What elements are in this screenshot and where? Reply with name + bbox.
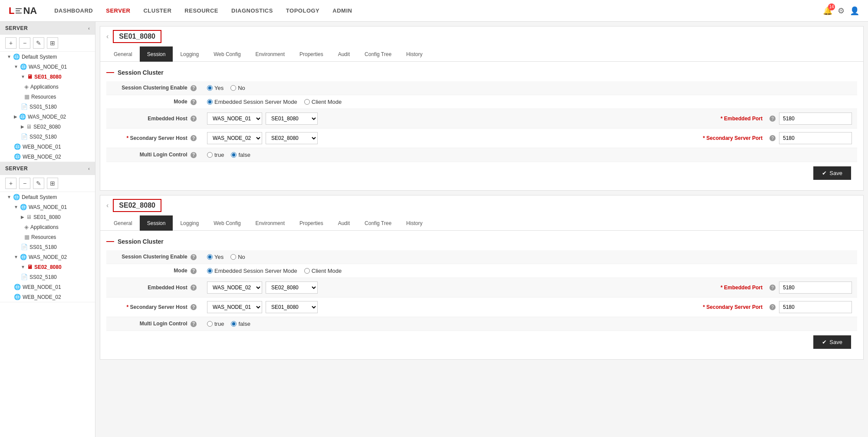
help-icon-clustering-1[interactable]: ?	[191, 85, 197, 91]
clustering-no-radio-2[interactable]	[230, 254, 236, 260]
tree-se02-8080-2[interactable]: ▼ 🖥 SE02_8080	[0, 262, 95, 272]
mode-client-radio-2[interactable]	[304, 268, 310, 274]
help-icon-multilogin-2[interactable]: ?	[191, 321, 197, 327]
sidebar-save-btn-2[interactable]: ⊞	[47, 178, 58, 189]
panel2-collapse-btn[interactable]: ‹	[106, 202, 108, 209]
tree-resources-2[interactable]: ▦ Resources	[0, 232, 95, 242]
tree-was-node-01-2[interactable]: ▼ 🌐 WAS_NODE_01	[0, 202, 95, 212]
multilogin-true-radio-1[interactable]	[207, 152, 213, 158]
secondary-host-node-select-1[interactable]: WAS_NODE_01 WAS_NODE_02	[207, 132, 262, 144]
multilogin-true-1[interactable]: true	[207, 152, 224, 158]
tree-web-node-02-2[interactable]: 🌐 WEB_NODE_02	[0, 292, 95, 302]
secondary-port-input-1[interactable]	[779, 132, 852, 144]
tree-se01-8080-1[interactable]: ▼ 🖥 SE01_8080	[0, 72, 95, 82]
help-icon-multilogin-1[interactable]: ?	[191, 152, 197, 158]
sidebar-collapse-1[interactable]: ‹	[88, 26, 90, 31]
embedded-host-server-select-1[interactable]: SE01_8080 SE02_8080	[266, 113, 318, 125]
tab-audit-2[interactable]: Audit	[331, 215, 357, 231]
embedded-port-input-2[interactable]	[779, 281, 852, 294]
tree-was-node-02-1[interactable]: ▶ 🌐 WAS_NODE_02	[0, 112, 95, 122]
clustering-no-1[interactable]: No	[230, 85, 245, 91]
tab-environment-2[interactable]: Environment	[248, 215, 292, 231]
help-icon-secondary-1[interactable]: ?	[191, 135, 197, 141]
tree-se02-8080-1[interactable]: ▶ 🖥 SE02_8080	[0, 122, 95, 132]
tab-configtree-2[interactable]: Config Tree	[357, 215, 399, 231]
secondary-host-node-select-2[interactable]: WAS_NODE_01 WAS_NODE_02	[207, 301, 262, 313]
sidebar-edit-btn-2[interactable]: ✎	[33, 178, 44, 189]
sidebar-add-btn-2[interactable]: +	[5, 178, 16, 189]
multilogin-false-radio-1[interactable]	[231, 152, 237, 158]
clustering-yes-radio-2[interactable]	[207, 254, 213, 260]
tree-was-node-02-2[interactable]: ▼ 🌐 WAS_NODE_02	[0, 252, 95, 262]
mode-embedded-radio-2[interactable]	[207, 268, 213, 274]
multilogin-false-2[interactable]: false	[231, 321, 250, 327]
secondary-host-server-select-2[interactable]: SE01_8080 SE02_8080	[266, 301, 318, 313]
user-icon[interactable]: 👤	[850, 6, 859, 16]
embedded-host-server-select-2[interactable]: SE01_8080 SE02_8080	[266, 281, 318, 294]
tree-ss01-5180-1[interactable]: 📄 SS01_5180	[0, 102, 95, 112]
tab-session-1[interactable]: Session	[140, 46, 173, 62]
multilogin-false-1[interactable]: false	[231, 152, 250, 158]
mode-embedded-2[interactable]: Embedded Session Server Mode	[207, 268, 297, 274]
tab-logging-1[interactable]: Logging	[173, 46, 206, 62]
tree-ss02-5180-1[interactable]: 📄 SS02_5180	[0, 132, 95, 142]
tree-default-system-1[interactable]: ▼ 🌐 Default System	[0, 52, 95, 62]
sidebar-remove-btn-2[interactable]: −	[19, 178, 30, 189]
nav-cluster[interactable]: CLUSTER	[143, 7, 171, 14]
tab-session-2[interactable]: Session	[140, 215, 173, 231]
panel1-collapse-btn[interactable]: ‹	[106, 33, 108, 40]
embedded-host-node-select-2[interactable]: WAS_NODE_01 WAS_NODE_02	[207, 281, 262, 294]
tree-resources-1[interactable]: ▦ Resources	[0, 92, 95, 102]
help-icon-mode-1[interactable]: ?	[191, 99, 197, 105]
help-icon-embedded-port-1[interactable]: ?	[769, 116, 776, 122]
help-icon-secondary-port-1[interactable]: ?	[769, 135, 776, 141]
tree-se01-8080-2[interactable]: ▶ 🖥 SE01_8080	[0, 212, 95, 222]
sidebar-remove-btn-1[interactable]: −	[19, 37, 30, 49]
nav-topology[interactable]: TOPOLOGY	[286, 7, 319, 14]
nav-diagnostics[interactable]: DIAGNOSTICS	[231, 7, 273, 14]
clustering-yes-2[interactable]: Yes	[207, 254, 224, 260]
secondary-host-server-select-1[interactable]: SE01_8080 SE02_8080	[266, 132, 318, 144]
sidebar-save-btn-1[interactable]: ⊞	[47, 37, 58, 49]
tab-history-2[interactable]: History	[399, 215, 430, 231]
mode-embedded-radio-1[interactable]	[207, 99, 213, 105]
nav-dashboard[interactable]: DASHBOARD	[54, 7, 93, 14]
tab-audit-1[interactable]: Audit	[331, 46, 357, 62]
nav-server[interactable]: SERVER	[106, 7, 130, 14]
tree-web-node-01-2[interactable]: 🌐 WEB_NODE_01	[0, 282, 95, 292]
embedded-host-node-select-1[interactable]: WAS_NODE_01 WAS_NODE_02	[207, 113, 262, 125]
help-icon-secondary-2[interactable]: ?	[191, 304, 197, 310]
tab-environment-1[interactable]: Environment	[248, 46, 292, 62]
sidebar-collapse-2[interactable]: ‹	[88, 166, 90, 171]
clustering-yes-radio-1[interactable]	[207, 85, 213, 91]
tree-was-node-01-1[interactable]: ▼ 🌐 WAS_NODE_01	[0, 62, 95, 72]
mode-client-radio-1[interactable]	[304, 99, 310, 105]
tab-webconfig-2[interactable]: Web Config	[206, 215, 248, 231]
nav-resource[interactable]: RESOURCE	[184, 7, 218, 14]
help-icon-mode-2[interactable]: ?	[191, 268, 197, 274]
embedded-port-input-1[interactable]	[779, 113, 852, 125]
mode-client-2[interactable]: Client Mode	[304, 268, 342, 274]
tree-web-node-02-1[interactable]: 🌐 WEB_NODE_02	[0, 152, 95, 162]
tree-ss01-5180-2[interactable]: 📄 SS01_5180	[0, 242, 95, 252]
multilogin-false-radio-2[interactable]	[231, 321, 237, 327]
mode-embedded-1[interactable]: Embedded Session Server Mode	[207, 99, 297, 105]
secondary-port-input-2[interactable]	[779, 301, 852, 313]
help-icon-embedded-2[interactable]: ?	[191, 285, 197, 291]
tree-default-system-2[interactable]: ▼ 🌐 Default System	[0, 192, 95, 202]
help-icon-secondary-port-2[interactable]: ?	[769, 304, 776, 310]
tab-general-2[interactable]: General	[106, 215, 140, 231]
panel1-save-button[interactable]: ✔ Save	[813, 166, 851, 180]
sidebar-edit-btn-1[interactable]: ✎	[33, 37, 44, 49]
mode-client-1[interactable]: Client Mode	[304, 99, 342, 105]
tree-applications-2[interactable]: ◈ Applications	[0, 222, 95, 232]
tab-history-1[interactable]: History	[399, 46, 430, 62]
settings-icon[interactable]: ⚙	[838, 6, 845, 16]
tab-properties-2[interactable]: Properties	[292, 215, 331, 231]
clustering-yes-1[interactable]: Yes	[207, 85, 224, 91]
multilogin-true-2[interactable]: true	[207, 321, 224, 327]
panel2-save-button[interactable]: ✔ Save	[813, 335, 851, 349]
tree-applications-1[interactable]: ◈ Applications	[0, 82, 95, 92]
help-icon-clustering-2[interactable]: ?	[191, 254, 197, 260]
tab-general-1[interactable]: General	[106, 46, 140, 62]
